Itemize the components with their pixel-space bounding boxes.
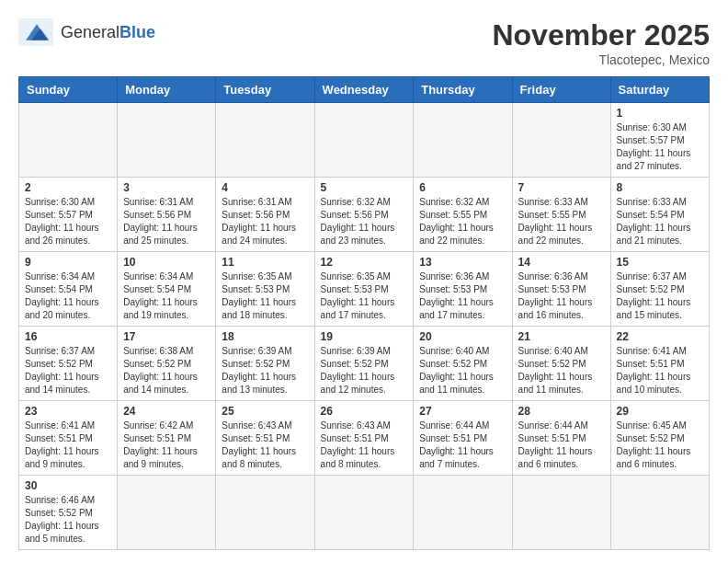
logo-icon bbox=[18, 18, 55, 46]
day-number: 22 bbox=[617, 330, 703, 343]
day-info: Sunrise: 6:32 AM Sunset: 5:55 PM Dayligh… bbox=[419, 196, 506, 247]
day-number: 26 bbox=[321, 405, 408, 418]
calendar-cell: 14Sunrise: 6:36 AM Sunset: 5:53 PM Dayli… bbox=[512, 252, 610, 327]
day-number: 7 bbox=[518, 181, 605, 194]
day-number: 21 bbox=[518, 330, 605, 343]
day-number: 13 bbox=[419, 256, 506, 269]
day-number: 19 bbox=[321, 330, 408, 343]
calendar-cell: 5Sunrise: 6:32 AM Sunset: 5:56 PM Daylig… bbox=[314, 178, 414, 252]
day-info: Sunrise: 6:41 AM Sunset: 5:51 PM Dayligh… bbox=[25, 419, 111, 471]
day-info: Sunrise: 6:39 AM Sunset: 5:52 PM Dayligh… bbox=[222, 345, 308, 396]
calendar-cell: 4Sunrise: 6:31 AM Sunset: 5:56 PM Daylig… bbox=[216, 178, 314, 252]
day-info: Sunrise: 6:37 AM Sunset: 5:52 PM Dayligh… bbox=[617, 270, 703, 322]
calendar-cell: 25Sunrise: 6:43 AM Sunset: 5:51 PM Dayli… bbox=[216, 401, 314, 476]
calendar-cell bbox=[19, 103, 118, 178]
weekday-header: Tuesday bbox=[216, 77, 314, 103]
calendar-cell bbox=[314, 476, 414, 550]
day-number: 4 bbox=[222, 181, 308, 194]
calendar-cell: 20Sunrise: 6:40 AM Sunset: 5:52 PM Dayli… bbox=[414, 327, 512, 401]
day-info: Sunrise: 6:37 AM Sunset: 5:52 PM Dayligh… bbox=[25, 345, 111, 396]
calendar-cell: 7Sunrise: 6:33 AM Sunset: 5:55 PM Daylig… bbox=[512, 178, 610, 252]
day-info: Sunrise: 6:34 AM Sunset: 5:54 PM Dayligh… bbox=[123, 270, 210, 322]
day-number: 29 bbox=[617, 405, 703, 418]
day-number: 6 bbox=[419, 181, 506, 194]
day-number: 2 bbox=[25, 181, 111, 194]
day-number: 30 bbox=[25, 479, 111, 492]
calendar-header-row: SundayMondayTuesdayWednesdayThursdayFrid… bbox=[19, 77, 710, 103]
calendar-cell: 26Sunrise: 6:43 AM Sunset: 5:51 PM Dayli… bbox=[314, 401, 414, 476]
logo: GeneralBlue bbox=[18, 18, 155, 46]
day-number: 16 bbox=[25, 330, 111, 343]
calendar-cell bbox=[118, 476, 216, 550]
weekday-header: Friday bbox=[512, 77, 610, 103]
day-info: Sunrise: 6:43 AM Sunset: 5:51 PM Dayligh… bbox=[222, 419, 308, 471]
day-number: 5 bbox=[321, 181, 408, 194]
calendar-cell: 30Sunrise: 6:46 AM Sunset: 5:52 PM Dayli… bbox=[19, 476, 118, 550]
day-number: 3 bbox=[123, 181, 210, 194]
calendar-cell: 9Sunrise: 6:34 AM Sunset: 5:54 PM Daylig… bbox=[19, 252, 118, 327]
day-info: Sunrise: 6:44 AM Sunset: 5:51 PM Dayligh… bbox=[518, 419, 605, 471]
calendar-cell: 16Sunrise: 6:37 AM Sunset: 5:52 PM Dayli… bbox=[19, 327, 118, 401]
weekday-header: Monday bbox=[118, 77, 216, 103]
calendar-cell: 22Sunrise: 6:41 AM Sunset: 5:51 PM Dayli… bbox=[610, 327, 709, 401]
day-info: Sunrise: 6:33 AM Sunset: 5:54 PM Dayligh… bbox=[617, 196, 703, 247]
day-info: Sunrise: 6:34 AM Sunset: 5:54 PM Dayligh… bbox=[25, 270, 111, 322]
calendar-cell bbox=[610, 476, 709, 550]
calendar-table: SundayMondayTuesdayWednesdayThursdayFrid… bbox=[18, 76, 710, 550]
calendar-cell: 27Sunrise: 6:44 AM Sunset: 5:51 PM Dayli… bbox=[414, 401, 512, 476]
calendar-cell: 15Sunrise: 6:37 AM Sunset: 5:52 PM Dayli… bbox=[610, 252, 709, 327]
day-number: 11 bbox=[222, 256, 308, 269]
calendar-cell bbox=[314, 103, 414, 178]
day-info: Sunrise: 6:45 AM Sunset: 5:52 PM Dayligh… bbox=[617, 419, 703, 471]
calendar-cell: 10Sunrise: 6:34 AM Sunset: 5:54 PM Dayli… bbox=[118, 252, 216, 327]
page-header: GeneralBlue November 2025 Tlacotepec, Me… bbox=[18, 18, 710, 67]
weekday-header: Wednesday bbox=[314, 77, 414, 103]
calendar-cell: 28Sunrise: 6:44 AM Sunset: 5:51 PM Dayli… bbox=[512, 401, 610, 476]
weekday-header: Sunday bbox=[19, 77, 118, 103]
calendar-cell: 17Sunrise: 6:38 AM Sunset: 5:52 PM Dayli… bbox=[118, 327, 216, 401]
calendar-week-row: 23Sunrise: 6:41 AM Sunset: 5:51 PM Dayli… bbox=[19, 401, 710, 476]
day-info: Sunrise: 6:44 AM Sunset: 5:51 PM Dayligh… bbox=[419, 419, 506, 471]
day-info: Sunrise: 6:39 AM Sunset: 5:52 PM Dayligh… bbox=[321, 345, 408, 396]
calendar-cell bbox=[216, 103, 314, 178]
calendar-cell: 11Sunrise: 6:35 AM Sunset: 5:53 PM Dayli… bbox=[216, 252, 314, 327]
calendar-week-row: 16Sunrise: 6:37 AM Sunset: 5:52 PM Dayli… bbox=[19, 327, 710, 401]
day-number: 14 bbox=[518, 256, 605, 269]
calendar-week-row: 1Sunrise: 6:30 AM Sunset: 5:57 PM Daylig… bbox=[19, 103, 710, 178]
calendar-cell bbox=[216, 476, 314, 550]
day-number: 25 bbox=[222, 405, 308, 418]
weekday-header: Saturday bbox=[610, 77, 709, 103]
calendar-cell: 21Sunrise: 6:40 AM Sunset: 5:52 PM Dayli… bbox=[512, 327, 610, 401]
day-info: Sunrise: 6:41 AM Sunset: 5:51 PM Dayligh… bbox=[617, 345, 703, 396]
day-number: 10 bbox=[123, 256, 210, 269]
day-info: Sunrise: 6:43 AM Sunset: 5:51 PM Dayligh… bbox=[321, 419, 408, 471]
day-info: Sunrise: 6:40 AM Sunset: 5:52 PM Dayligh… bbox=[518, 345, 605, 396]
day-number: 28 bbox=[518, 405, 605, 418]
month-title: November 2025 bbox=[492, 18, 710, 52]
day-number: 17 bbox=[123, 330, 210, 343]
day-number: 8 bbox=[617, 181, 703, 194]
calendar-week-row: 9Sunrise: 6:34 AM Sunset: 5:54 PM Daylig… bbox=[19, 252, 710, 327]
calendar-cell: 19Sunrise: 6:39 AM Sunset: 5:52 PM Dayli… bbox=[314, 327, 414, 401]
calendar-cell bbox=[414, 103, 512, 178]
day-info: Sunrise: 6:36 AM Sunset: 5:53 PM Dayligh… bbox=[419, 270, 506, 322]
day-info: Sunrise: 6:40 AM Sunset: 5:52 PM Dayligh… bbox=[419, 345, 506, 396]
day-info: Sunrise: 6:31 AM Sunset: 5:56 PM Dayligh… bbox=[222, 196, 308, 247]
day-number: 12 bbox=[321, 256, 408, 269]
day-info: Sunrise: 6:30 AM Sunset: 5:57 PM Dayligh… bbox=[617, 121, 703, 173]
day-info: Sunrise: 6:33 AM Sunset: 5:55 PM Dayligh… bbox=[518, 196, 605, 247]
calendar-cell: 23Sunrise: 6:41 AM Sunset: 5:51 PM Dayli… bbox=[19, 401, 118, 476]
location: Tlacotepec, Mexico bbox=[492, 52, 710, 67]
calendar-cell bbox=[512, 476, 610, 550]
day-number: 15 bbox=[617, 256, 703, 269]
day-number: 23 bbox=[25, 405, 111, 418]
weekday-header: Thursday bbox=[414, 77, 512, 103]
calendar-cell: 29Sunrise: 6:45 AM Sunset: 5:52 PM Dayli… bbox=[610, 401, 709, 476]
logo-text: GeneralBlue bbox=[61, 23, 155, 42]
calendar-cell: 18Sunrise: 6:39 AM Sunset: 5:52 PM Dayli… bbox=[216, 327, 314, 401]
calendar-cell: 6Sunrise: 6:32 AM Sunset: 5:55 PM Daylig… bbox=[414, 178, 512, 252]
day-info: Sunrise: 6:38 AM Sunset: 5:52 PM Dayligh… bbox=[123, 345, 210, 396]
day-number: 27 bbox=[419, 405, 506, 418]
day-number: 9 bbox=[25, 256, 111, 269]
day-number: 1 bbox=[617, 107, 703, 120]
